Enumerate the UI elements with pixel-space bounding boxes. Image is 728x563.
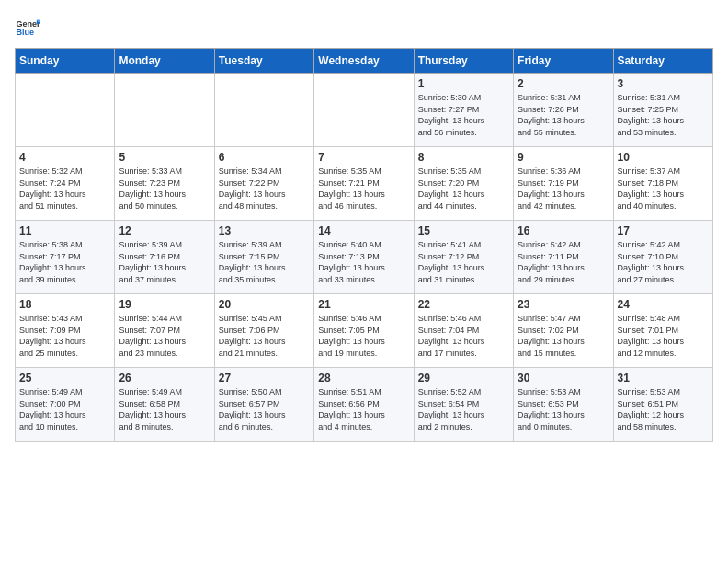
day-number: 10 [618,151,709,164]
day-cell: 27Sunrise: 5:50 AMSunset: 6:57 PMDayligh… [214,368,313,442]
day-cell: 24Sunrise: 5:48 AMSunset: 7:01 PMDayligh… [613,294,712,368]
day-number: 31 [618,372,709,385]
day-info: Sunrise: 5:42 AMSunset: 7:10 PMDaylight:… [618,239,709,285]
day-info: Sunrise: 5:50 AMSunset: 6:57 PMDaylight:… [219,386,310,432]
day-number: 28 [318,372,409,385]
header-cell-thursday: Thursday [414,49,513,74]
day-number: 1 [418,77,509,90]
day-number: 24 [618,298,709,311]
day-number: 20 [219,298,310,311]
day-cell: 1Sunrise: 5:30 AMSunset: 7:27 PMDaylight… [414,74,513,147]
header-cell-wednesday: Wednesday [314,49,414,74]
day-info: Sunrise: 5:42 AMSunset: 7:11 PMDaylight:… [518,239,609,285]
day-info: Sunrise: 5:46 AMSunset: 7:04 PMDaylight:… [418,313,509,359]
day-info: Sunrise: 5:49 AMSunset: 6:58 PMDaylight:… [119,386,210,432]
day-info: Sunrise: 5:48 AMSunset: 7:01 PMDaylight:… [618,313,709,359]
day-info: Sunrise: 5:33 AMSunset: 7:23 PMDaylight:… [119,166,210,212]
day-number: 26 [119,372,210,385]
day-cell: 12Sunrise: 5:39 AMSunset: 7:16 PMDayligh… [115,221,214,294]
day-cell: 18Sunrise: 5:43 AMSunset: 7:09 PMDayligh… [16,294,115,368]
day-number: 27 [219,372,310,385]
header-cell-monday: Monday [115,49,214,74]
day-number: 7 [318,151,409,164]
day-cell [214,74,313,147]
day-number: 17 [618,224,709,237]
day-cell: 19Sunrise: 5:44 AMSunset: 7:07 PMDayligh… [115,294,214,368]
day-number: 5 [119,151,210,164]
day-cell: 13Sunrise: 5:39 AMSunset: 7:15 PMDayligh… [214,221,313,294]
day-cell: 26Sunrise: 5:49 AMSunset: 6:58 PMDayligh… [115,368,214,442]
day-cell: 15Sunrise: 5:41 AMSunset: 7:12 PMDayligh… [414,221,513,294]
day-cell: 20Sunrise: 5:45 AMSunset: 7:06 PMDayligh… [214,294,313,368]
day-cell [314,74,414,147]
day-number: 16 [518,224,609,237]
day-info: Sunrise: 5:37 AMSunset: 7:18 PMDaylight:… [618,166,709,212]
day-cell: 11Sunrise: 5:38 AMSunset: 7:17 PMDayligh… [16,221,115,294]
day-cell: 29Sunrise: 5:52 AMSunset: 6:54 PMDayligh… [414,368,513,442]
day-cell: 2Sunrise: 5:31 AMSunset: 7:26 PMDaylight… [514,74,613,147]
day-info: Sunrise: 5:38 AMSunset: 7:17 PMDaylight:… [19,239,110,285]
day-number: 12 [119,224,210,237]
week-row-1: 1Sunrise: 5:30 AMSunset: 7:27 PMDaylight… [16,74,713,147]
header-cell-tuesday: Tuesday [214,49,313,74]
day-info: Sunrise: 5:30 AMSunset: 7:27 PMDaylight:… [418,92,509,138]
day-info: Sunrise: 5:35 AMSunset: 7:21 PMDaylight:… [318,166,409,212]
header-row: SundayMondayTuesdayWednesdayThursdayFrid… [16,49,713,74]
day-number: 29 [418,372,509,385]
day-info: Sunrise: 5:39 AMSunset: 7:16 PMDaylight:… [119,239,210,285]
calendar-table: SundayMondayTuesdayWednesdayThursdayFrid… [15,48,713,442]
day-number: 18 [19,298,110,311]
day-cell: 21Sunrise: 5:46 AMSunset: 7:05 PMDayligh… [314,294,414,368]
day-info: Sunrise: 5:31 AMSunset: 7:26 PMDaylight:… [518,92,609,138]
day-info: Sunrise: 5:35 AMSunset: 7:20 PMDaylight:… [418,166,509,212]
day-cell: 30Sunrise: 5:53 AMSunset: 6:53 PMDayligh… [514,368,613,442]
svg-text:Blue: Blue [16,28,34,37]
day-number: 22 [418,298,509,311]
day-number: 3 [618,77,709,90]
day-info: Sunrise: 5:36 AMSunset: 7:19 PMDaylight:… [518,166,609,212]
day-info: Sunrise: 5:40 AMSunset: 7:13 PMDaylight:… [318,239,409,285]
day-cell [115,74,214,147]
day-info: Sunrise: 5:53 AMSunset: 6:51 PMDaylight:… [618,386,709,432]
day-info: Sunrise: 5:53 AMSunset: 6:53 PMDaylight:… [518,386,609,432]
day-number: 11 [19,224,110,237]
day-number: 4 [19,151,110,164]
day-info: Sunrise: 5:32 AMSunset: 7:24 PMDaylight:… [19,166,110,212]
day-number: 13 [219,224,310,237]
week-row-4: 18Sunrise: 5:43 AMSunset: 7:09 PMDayligh… [16,294,713,368]
header-cell-saturday: Saturday [613,49,712,74]
logo-icon: General Blue [15,15,40,40]
day-cell: 17Sunrise: 5:42 AMSunset: 7:10 PMDayligh… [613,221,712,294]
day-cell [16,74,115,147]
header-cell-sunday: Sunday [16,49,115,74]
day-number: 21 [318,298,409,311]
day-cell: 22Sunrise: 5:46 AMSunset: 7:04 PMDayligh… [414,294,513,368]
week-row-5: 25Sunrise: 5:49 AMSunset: 7:00 PMDayligh… [16,368,713,442]
day-info: Sunrise: 5:34 AMSunset: 7:22 PMDaylight:… [219,166,310,212]
day-number: 30 [518,372,609,385]
day-number: 2 [518,77,609,90]
day-number: 9 [518,151,609,164]
day-cell: 6Sunrise: 5:34 AMSunset: 7:22 PMDaylight… [214,147,313,221]
day-info: Sunrise: 5:46 AMSunset: 7:05 PMDaylight:… [318,313,409,359]
day-cell: 16Sunrise: 5:42 AMSunset: 7:11 PMDayligh… [514,221,613,294]
day-info: Sunrise: 5:49 AMSunset: 7:00 PMDaylight:… [19,386,110,432]
day-number: 6 [219,151,310,164]
day-number: 23 [518,298,609,311]
day-cell: 8Sunrise: 5:35 AMSunset: 7:20 PMDaylight… [414,147,513,221]
day-cell: 7Sunrise: 5:35 AMSunset: 7:21 PMDaylight… [314,147,414,221]
header-cell-friday: Friday [514,49,613,74]
logo: General Blue [15,15,48,40]
day-info: Sunrise: 5:47 AMSunset: 7:02 PMDaylight:… [518,313,609,359]
week-row-2: 4Sunrise: 5:32 AMSunset: 7:24 PMDaylight… [16,147,713,221]
day-number: 8 [418,151,509,164]
day-cell: 28Sunrise: 5:51 AMSunset: 6:56 PMDayligh… [314,368,414,442]
day-info: Sunrise: 5:52 AMSunset: 6:54 PMDaylight:… [418,386,509,432]
day-cell: 3Sunrise: 5:31 AMSunset: 7:25 PMDaylight… [613,74,712,147]
day-cell: 5Sunrise: 5:33 AMSunset: 7:23 PMDaylight… [115,147,214,221]
day-info: Sunrise: 5:41 AMSunset: 7:12 PMDaylight:… [418,239,509,285]
day-info: Sunrise: 5:39 AMSunset: 7:15 PMDaylight:… [219,239,310,285]
day-info: Sunrise: 5:45 AMSunset: 7:06 PMDaylight:… [219,313,310,359]
day-info: Sunrise: 5:43 AMSunset: 7:09 PMDaylight:… [19,313,110,359]
day-cell: 14Sunrise: 5:40 AMSunset: 7:13 PMDayligh… [314,221,414,294]
